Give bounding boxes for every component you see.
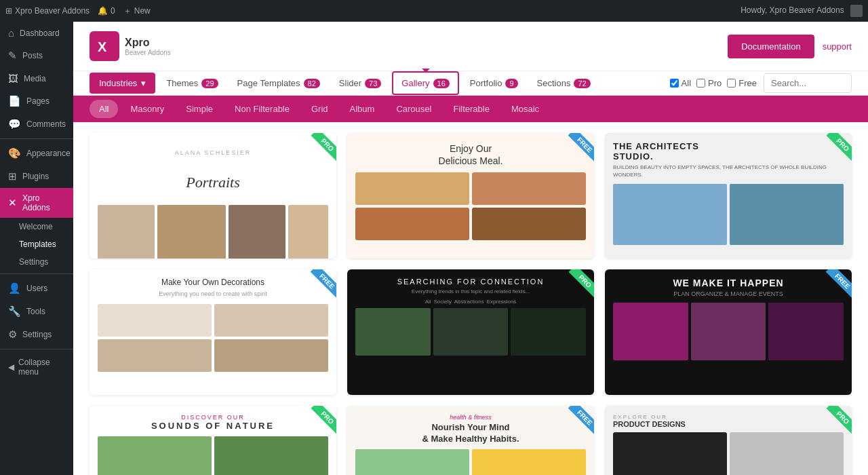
sidebar-item-appearance[interactable]: 🎨 Appearance xyxy=(0,142,73,165)
filter-free-label[interactable]: Free xyxy=(727,78,757,88)
template-title-decor: Make Your Own Decorations xyxy=(161,278,264,287)
template-card-health[interactable]: health & fitness Nourish Your Mind& Make… xyxy=(347,406,594,475)
template-title-food: Enjoy OurDelicious Meal. xyxy=(355,142,586,167)
sidebar-item-settings[interactable]: ⚙ Settings xyxy=(0,323,73,346)
template-img xyxy=(214,436,328,475)
sidebar-label-tools: Tools xyxy=(26,307,45,316)
sidebar-item-xpro-addons[interactable]: ✕ Xpro Addons xyxy=(0,188,73,218)
sidebar-label-posts: Posts xyxy=(22,51,43,60)
media-icon: 🖼 xyxy=(8,73,18,84)
sidebar-divider-2 xyxy=(0,273,73,274)
filter-all-label[interactable]: All xyxy=(670,78,691,88)
filter-all-checkbox[interactable] xyxy=(670,79,679,88)
admin-bar: ⊞ Xpro Beaver Addons 🔔 0 ＋ New Howdy, Xp… xyxy=(0,0,868,22)
template-card-decor[interactable]: Make Your Own Decorations Everything you… xyxy=(90,269,336,395)
template-img xyxy=(613,184,727,245)
template-card-product[interactable]: Explore Our PRODUCT DESIGNS xyxy=(605,406,852,475)
template-card-nature[interactable]: Discover Our SOUNDS OF NATURE xyxy=(90,406,336,475)
badge-free-decor xyxy=(302,269,336,303)
template-title-events: WE MAKE IT HAPPEN xyxy=(613,278,844,288)
admin-bar-site[interactable]: ⊞ Xpro Beaver Addons xyxy=(5,6,90,16)
badge-free-events xyxy=(818,269,852,303)
template-title-product: PRODUCT DESIGNS xyxy=(613,420,844,428)
tab-sections[interactable]: Sections 72 xyxy=(529,73,599,94)
collapse-menu-btn[interactable]: ◀ Collapse menu xyxy=(0,352,73,382)
template-card-architects[interactable]: THE ARCHITECTSSTUDIO. BUILDING BEAUTY IN… xyxy=(605,133,852,259)
template-img xyxy=(768,303,844,360)
sidebar-item-media[interactable]: 🖼 Media xyxy=(0,67,73,90)
sub-tab-masonry[interactable]: Masonry xyxy=(121,100,174,118)
svg-text:X: X xyxy=(98,39,107,54)
xpro-panel: X Xpro Beaver Addons Documentation suppo… xyxy=(73,22,868,475)
sidebar-item-dashboard[interactable]: ⌂ Dashboard xyxy=(0,22,73,44)
sub-tab-non-filterable[interactable]: Non Filterable xyxy=(225,100,299,118)
filter-pro-label[interactable]: Pro xyxy=(696,78,722,88)
sub-tab-filterable[interactable]: Filterable xyxy=(443,100,498,118)
tab-slider[interactable]: Slider 73 xyxy=(331,73,390,94)
filter-label: Society xyxy=(434,299,452,305)
sub-tab-simple[interactable]: Simple xyxy=(176,100,222,118)
sidebar-label-users: Users xyxy=(26,284,47,293)
template-img xyxy=(214,339,328,372)
posts-icon: ✎ xyxy=(8,50,17,62)
template-card-portraits[interactable]: ALANA SCHLESIER Portraits xyxy=(90,133,336,259)
sidebar-item-pages[interactable]: 📄 Pages xyxy=(0,90,73,113)
sidebar-label-appearance: Appearance xyxy=(26,149,71,158)
support-button[interactable]: support xyxy=(823,41,852,52)
sub-tab-mosaic[interactable]: Mosaic xyxy=(502,100,549,118)
template-sub-conn: Everything trends in this topic and rela… xyxy=(355,288,586,294)
template-title-health: Nourish Your Mind& Make Healthy Habits. xyxy=(422,422,519,445)
admin-bar-notif[interactable]: 🔔 0 xyxy=(98,6,115,16)
sidebar-item-comments[interactable]: 💬 Comments xyxy=(0,113,73,136)
sidebar-sub-settings[interactable]: Settings xyxy=(0,253,73,271)
template-title-conn: SEARCHING FOR CONNECTION xyxy=(355,278,586,286)
template-img xyxy=(613,432,727,475)
template-card-connection[interactable]: SEARCHING FOR CONNECTION Everything tren… xyxy=(347,269,594,395)
tab-filters: All Pro Free xyxy=(670,73,852,93)
template-card-events[interactable]: WE MAKE IT HAPPEN PLAN ORGANIZE & MANAGE… xyxy=(605,269,852,395)
sub-tab-carousel[interactable]: Carousel xyxy=(387,100,441,118)
template-sub-events: PLAN ORGANIZE & MANAGE EVENTS xyxy=(613,290,844,297)
template-img xyxy=(472,172,586,205)
sidebar-sub-templates[interactable]: Templates xyxy=(0,235,73,253)
template-sub-health: health & fitness xyxy=(450,414,492,421)
xpro-logo: X Xpro Beaver Addons xyxy=(90,31,171,61)
template-img xyxy=(98,436,212,475)
badge-free-food xyxy=(560,133,594,167)
avatar xyxy=(850,5,863,17)
template-card-food[interactable]: Enjoy OurDelicious Meal. xyxy=(347,133,594,259)
admin-bar-new[interactable]: ＋ New xyxy=(123,5,151,17)
sidebar: ⌂ Dashboard ✎ Posts 🖼 Media 📄 Pages 💬 Co… xyxy=(0,22,73,475)
collapse-icon: ◀ xyxy=(8,362,14,372)
search-input[interactable] xyxy=(764,73,852,93)
sidebar-label-dashboard: Dashboard xyxy=(20,28,60,38)
template-sub-arch: BUILDING BEAUTY INTO EMPTY SPACES, THE A… xyxy=(613,164,844,178)
tab-portfolio[interactable]: Portfolio 9 xyxy=(462,73,526,94)
template-img xyxy=(229,205,285,259)
filter-free-checkbox[interactable] xyxy=(727,79,736,88)
sub-tab-all[interactable]: All xyxy=(90,100,118,118)
sidebar-item-plugins[interactable]: ⊞ Plugins xyxy=(0,165,73,188)
documentation-button[interactable]: Documentation xyxy=(728,35,814,58)
tab-themes[interactable]: Themes 29 xyxy=(158,73,226,94)
sidebar-label-comments: Comments xyxy=(26,119,66,129)
sub-tab-bar: All Masonry Simple Non Filterable Grid A… xyxy=(73,96,868,122)
sidebar-item-tools[interactable]: 🔧 Tools xyxy=(0,300,73,323)
template-author: ALANA SCHLESIER xyxy=(167,141,260,164)
filter-checkboxes: All Pro Free xyxy=(670,78,757,88)
sidebar-item-posts[interactable]: ✎ Posts xyxy=(0,44,73,67)
sub-tab-album[interactable]: Album xyxy=(340,100,384,118)
tab-gallery[interactable]: Gallery 16 xyxy=(392,71,458,95)
sub-tab-grid[interactable]: Grid xyxy=(302,100,338,118)
settings-icon: ⚙ xyxy=(8,328,17,341)
sidebar-label-pages: Pages xyxy=(26,96,50,106)
badge-pro-portraits xyxy=(302,133,336,167)
template-title-nature: SOUNDS OF NATURE xyxy=(151,421,275,431)
badge-pro-product xyxy=(818,406,852,440)
filter-pro-checkbox[interactable] xyxy=(696,79,705,88)
tab-page-templates[interactable]: Page Templates 82 xyxy=(229,73,328,94)
tab-industries[interactable]: Industries ▾ xyxy=(90,73,155,94)
sidebar-sub-welcome[interactable]: Welcome xyxy=(0,218,73,235)
sidebar-item-users[interactable]: 👤 Users xyxy=(0,277,73,300)
logo-text-block: Xpro Beaver Addons xyxy=(125,37,171,56)
